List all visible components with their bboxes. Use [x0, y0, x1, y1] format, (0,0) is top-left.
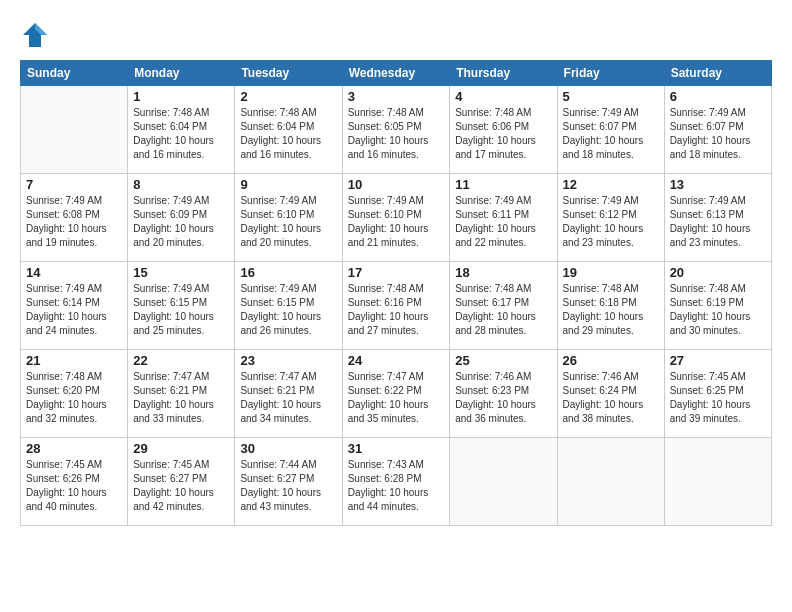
week-row-1: 1Sunrise: 7:48 AM Sunset: 6:04 PM Daylig… — [21, 86, 772, 174]
day-cell: 3Sunrise: 7:48 AM Sunset: 6:05 PM Daylig… — [342, 86, 450, 174]
day-info: Sunrise: 7:47 AM Sunset: 6:22 PM Dayligh… — [348, 370, 445, 426]
day-info: Sunrise: 7:46 AM Sunset: 6:23 PM Dayligh… — [455, 370, 551, 426]
day-number: 22 — [133, 353, 229, 368]
day-number: 19 — [563, 265, 659, 280]
day-cell: 7Sunrise: 7:49 AM Sunset: 6:08 PM Daylig… — [21, 174, 128, 262]
day-info: Sunrise: 7:49 AM Sunset: 6:11 PM Dayligh… — [455, 194, 551, 250]
day-cell: 6Sunrise: 7:49 AM Sunset: 6:07 PM Daylig… — [664, 86, 771, 174]
day-number: 26 — [563, 353, 659, 368]
day-cell: 28Sunrise: 7:45 AM Sunset: 6:26 PM Dayli… — [21, 438, 128, 526]
day-info: Sunrise: 7:48 AM Sunset: 6:19 PM Dayligh… — [670, 282, 766, 338]
day-cell: 15Sunrise: 7:49 AM Sunset: 6:15 PM Dayli… — [128, 262, 235, 350]
day-cell: 23Sunrise: 7:47 AM Sunset: 6:21 PM Dayli… — [235, 350, 342, 438]
day-info: Sunrise: 7:49 AM Sunset: 6:08 PM Dayligh… — [26, 194, 122, 250]
day-cell: 22Sunrise: 7:47 AM Sunset: 6:21 PM Dayli… — [128, 350, 235, 438]
day-number: 15 — [133, 265, 229, 280]
day-number: 13 — [670, 177, 766, 192]
day-info: Sunrise: 7:47 AM Sunset: 6:21 PM Dayligh… — [133, 370, 229, 426]
day-info: Sunrise: 7:49 AM Sunset: 6:07 PM Dayligh… — [670, 106, 766, 162]
day-info: Sunrise: 7:49 AM Sunset: 6:12 PM Dayligh… — [563, 194, 659, 250]
day-cell: 30Sunrise: 7:44 AM Sunset: 6:27 PM Dayli… — [235, 438, 342, 526]
day-info: Sunrise: 7:46 AM Sunset: 6:24 PM Dayligh… — [563, 370, 659, 426]
day-info: Sunrise: 7:49 AM Sunset: 6:10 PM Dayligh… — [240, 194, 336, 250]
day-cell: 4Sunrise: 7:48 AM Sunset: 6:06 PM Daylig… — [450, 86, 557, 174]
day-number: 2 — [240, 89, 336, 104]
week-row-2: 7Sunrise: 7:49 AM Sunset: 6:08 PM Daylig… — [21, 174, 772, 262]
header — [20, 20, 772, 50]
day-number: 23 — [240, 353, 336, 368]
day-cell: 10Sunrise: 7:49 AM Sunset: 6:10 PM Dayli… — [342, 174, 450, 262]
day-info: Sunrise: 7:45 AM Sunset: 6:25 PM Dayligh… — [670, 370, 766, 426]
day-cell: 12Sunrise: 7:49 AM Sunset: 6:12 PM Dayli… — [557, 174, 664, 262]
day-cell: 1Sunrise: 7:48 AM Sunset: 6:04 PM Daylig… — [128, 86, 235, 174]
day-info: Sunrise: 7:49 AM Sunset: 6:14 PM Dayligh… — [26, 282, 122, 338]
day-info: Sunrise: 7:48 AM Sunset: 6:18 PM Dayligh… — [563, 282, 659, 338]
calendar-table: SundayMondayTuesdayWednesdayThursdayFrid… — [20, 60, 772, 526]
day-info: Sunrise: 7:48 AM Sunset: 6:04 PM Dayligh… — [133, 106, 229, 162]
day-cell: 18Sunrise: 7:48 AM Sunset: 6:17 PM Dayli… — [450, 262, 557, 350]
weekday-header-thursday: Thursday — [450, 61, 557, 86]
day-number: 21 — [26, 353, 122, 368]
day-number: 30 — [240, 441, 336, 456]
day-info: Sunrise: 7:49 AM Sunset: 6:10 PM Dayligh… — [348, 194, 445, 250]
day-cell: 11Sunrise: 7:49 AM Sunset: 6:11 PM Dayli… — [450, 174, 557, 262]
day-info: Sunrise: 7:49 AM Sunset: 6:13 PM Dayligh… — [670, 194, 766, 250]
weekday-header-friday: Friday — [557, 61, 664, 86]
day-cell: 5Sunrise: 7:49 AM Sunset: 6:07 PM Daylig… — [557, 86, 664, 174]
day-number: 28 — [26, 441, 122, 456]
day-cell — [664, 438, 771, 526]
day-cell: 13Sunrise: 7:49 AM Sunset: 6:13 PM Dayli… — [664, 174, 771, 262]
weekday-header-row: SundayMondayTuesdayWednesdayThursdayFrid… — [21, 61, 772, 86]
day-cell — [450, 438, 557, 526]
day-cell: 27Sunrise: 7:45 AM Sunset: 6:25 PM Dayli… — [664, 350, 771, 438]
day-info: Sunrise: 7:47 AM Sunset: 6:21 PM Dayligh… — [240, 370, 336, 426]
weekday-header-saturday: Saturday — [664, 61, 771, 86]
day-info: Sunrise: 7:48 AM Sunset: 6:17 PM Dayligh… — [455, 282, 551, 338]
day-number: 20 — [670, 265, 766, 280]
day-number: 1 — [133, 89, 229, 104]
day-info: Sunrise: 7:48 AM Sunset: 6:06 PM Dayligh… — [455, 106, 551, 162]
day-info: Sunrise: 7:49 AM Sunset: 6:09 PM Dayligh… — [133, 194, 229, 250]
logo — [20, 20, 54, 50]
day-cell: 9Sunrise: 7:49 AM Sunset: 6:10 PM Daylig… — [235, 174, 342, 262]
logo-icon — [20, 20, 50, 50]
day-info: Sunrise: 7:48 AM Sunset: 6:20 PM Dayligh… — [26, 370, 122, 426]
day-number: 18 — [455, 265, 551, 280]
day-info: Sunrise: 7:43 AM Sunset: 6:28 PM Dayligh… — [348, 458, 445, 514]
day-cell: 25Sunrise: 7:46 AM Sunset: 6:23 PM Dayli… — [450, 350, 557, 438]
day-number: 8 — [133, 177, 229, 192]
day-number: 16 — [240, 265, 336, 280]
day-number: 3 — [348, 89, 445, 104]
day-number: 11 — [455, 177, 551, 192]
day-cell: 19Sunrise: 7:48 AM Sunset: 6:18 PM Dayli… — [557, 262, 664, 350]
day-number: 6 — [670, 89, 766, 104]
day-cell: 14Sunrise: 7:49 AM Sunset: 6:14 PM Dayli… — [21, 262, 128, 350]
day-cell — [21, 86, 128, 174]
day-number: 5 — [563, 89, 659, 104]
day-number: 14 — [26, 265, 122, 280]
day-info: Sunrise: 7:49 AM Sunset: 6:07 PM Dayligh… — [563, 106, 659, 162]
day-cell: 31Sunrise: 7:43 AM Sunset: 6:28 PM Dayli… — [342, 438, 450, 526]
day-cell: 26Sunrise: 7:46 AM Sunset: 6:24 PM Dayli… — [557, 350, 664, 438]
day-cell: 2Sunrise: 7:48 AM Sunset: 6:04 PM Daylig… — [235, 86, 342, 174]
weekday-header-monday: Monday — [128, 61, 235, 86]
day-cell: 21Sunrise: 7:48 AM Sunset: 6:20 PM Dayli… — [21, 350, 128, 438]
day-number: 10 — [348, 177, 445, 192]
weekday-header-sunday: Sunday — [21, 61, 128, 86]
day-cell: 24Sunrise: 7:47 AM Sunset: 6:22 PM Dayli… — [342, 350, 450, 438]
day-info: Sunrise: 7:45 AM Sunset: 6:26 PM Dayligh… — [26, 458, 122, 514]
day-cell: 17Sunrise: 7:48 AM Sunset: 6:16 PM Dayli… — [342, 262, 450, 350]
day-cell: 16Sunrise: 7:49 AM Sunset: 6:15 PM Dayli… — [235, 262, 342, 350]
week-row-3: 14Sunrise: 7:49 AM Sunset: 6:14 PM Dayli… — [21, 262, 772, 350]
day-number: 9 — [240, 177, 336, 192]
day-info: Sunrise: 7:49 AM Sunset: 6:15 PM Dayligh… — [133, 282, 229, 338]
day-cell: 29Sunrise: 7:45 AM Sunset: 6:27 PM Dayli… — [128, 438, 235, 526]
day-cell: 8Sunrise: 7:49 AM Sunset: 6:09 PM Daylig… — [128, 174, 235, 262]
day-info: Sunrise: 7:48 AM Sunset: 6:05 PM Dayligh… — [348, 106, 445, 162]
day-number: 17 — [348, 265, 445, 280]
day-info: Sunrise: 7:44 AM Sunset: 6:27 PM Dayligh… — [240, 458, 336, 514]
day-number: 29 — [133, 441, 229, 456]
weekday-header-tuesday: Tuesday — [235, 61, 342, 86]
week-row-5: 28Sunrise: 7:45 AM Sunset: 6:26 PM Dayli… — [21, 438, 772, 526]
day-number: 12 — [563, 177, 659, 192]
